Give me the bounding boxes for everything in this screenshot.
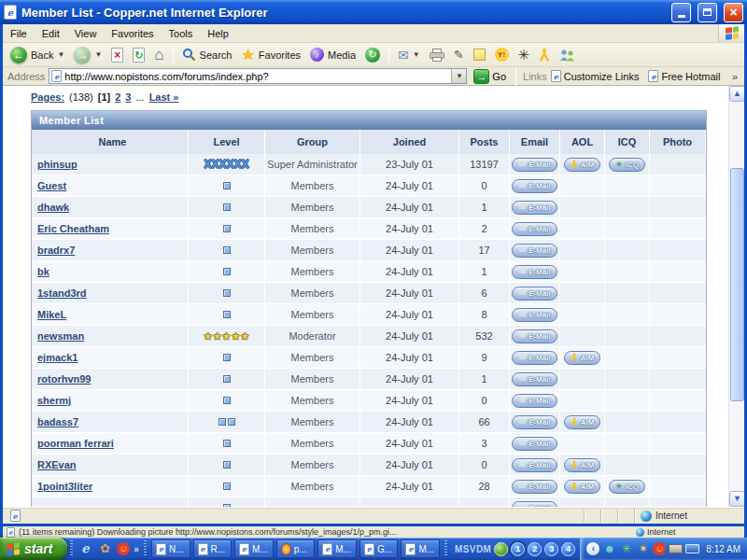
column-header-group[interactable]: Group xyxy=(265,130,360,154)
links-bar-item[interactable]: e Free Hotmail xyxy=(648,70,720,82)
back-dropdown-caret[interactable]: ▼ xyxy=(57,50,64,59)
icq-button[interactable]: ✳ ICQ xyxy=(609,158,645,172)
aim-button[interactable]: AIM xyxy=(564,158,601,172)
yahoo-messenger-icon[interactable]: ☺ xyxy=(117,542,130,555)
msn-messenger-icon[interactable]: ☻ xyxy=(602,542,616,555)
column-header-joined[interactable]: Joined xyxy=(360,130,459,154)
column-header-email[interactable]: Email xyxy=(510,130,560,154)
aim-toolbar-button[interactable] xyxy=(535,47,554,63)
go-button[interactable]: → Go xyxy=(471,68,509,85)
member-name-link[interactable]: MikeL xyxy=(37,309,66,320)
member-name-link[interactable]: badass7 xyxy=(37,416,78,427)
member-name-link[interactable]: bradrx7 xyxy=(37,245,75,256)
quick-launch-overflow-chevron[interactable]: » xyxy=(132,544,141,554)
email-button[interactable]: ✉ E-Mail xyxy=(512,158,557,172)
email-button[interactable]: ✉ E-Mail xyxy=(512,394,557,408)
pages-link[interactable]: Pages: xyxy=(31,91,64,103)
email-button[interactable]: ✉ E-Mail xyxy=(512,415,557,429)
aim-button[interactable]: AIM xyxy=(564,480,601,494)
taskbar-window-button[interactable]: e N... xyxy=(151,539,190,558)
links-bar-item[interactable]: e Customize Links xyxy=(551,70,640,82)
member-name-link[interactable]: rotorhvn99 xyxy=(37,373,91,385)
minimize-button[interactable] xyxy=(671,3,691,22)
member-name-link[interactable]: Guest xyxy=(37,180,66,191)
email-button[interactable]: ✉ E-Mail xyxy=(512,372,557,386)
email-button[interactable]: ✉ E-Mail xyxy=(512,458,557,472)
mail-button[interactable]: ✉ ▼ xyxy=(394,46,424,64)
member-name-link[interactable]: ejmack1 xyxy=(37,352,78,363)
ie-icon[interactable]: e xyxy=(78,541,92,556)
menu-edit[interactable]: Edit xyxy=(35,26,67,41)
maximize-button[interactable] xyxy=(698,3,717,22)
mail-dropdown-caret[interactable]: ▼ xyxy=(413,50,420,59)
forward-button[interactable]: → ▼ xyxy=(70,45,106,65)
member-name-link[interactable]: RXEvan xyxy=(37,459,77,470)
member-name-link[interactable]: 1stand3rd xyxy=(37,287,87,299)
member-name-link[interactable]: phinsup xyxy=(37,159,78,170)
edit-button[interactable]: ✎ xyxy=(450,46,468,63)
taskbar-window-button[interactable]: p... xyxy=(276,539,316,558)
desktop-number-button[interactable]: 3 xyxy=(544,542,558,556)
back-button[interactable]: ← Back ▼ xyxy=(7,45,68,65)
close-button[interactable]: × xyxy=(724,3,743,22)
member-name-link[interactable]: 1point3liter xyxy=(37,481,92,492)
yahoo-messenger-icon[interactable]: ☺ xyxy=(653,542,666,555)
member-name-link[interactable]: dhawk xyxy=(37,202,69,213)
printer-icon[interactable] xyxy=(669,544,683,553)
background-window-statusbar[interactable]: e (11 items remaining) Downloading pictu… xyxy=(0,526,747,538)
display-icon[interactable] xyxy=(685,544,699,553)
email-button[interactable]: ✉ E-Mail xyxy=(512,437,557,451)
vertical-scrollbar[interactable]: ▲ ▼ xyxy=(728,86,744,507)
address-input[interactable]: e http://www.nopistons.com/forums/index.… xyxy=(49,68,467,84)
taskbar-window-button[interactable]: e R... xyxy=(193,539,233,558)
column-header-icq[interactable]: ICQ xyxy=(605,130,650,154)
desktop-number-button[interactable]: 1 xyxy=(511,542,525,556)
pinwheel-icon[interactable]: ✳ xyxy=(619,542,633,555)
email-button[interactable]: ✉ E-Mail xyxy=(512,287,557,301)
history-button[interactable]: ↻ xyxy=(361,46,384,64)
discuss-button[interactable] xyxy=(470,47,489,63)
tray-collapse-chevron[interactable]: ‹ xyxy=(586,542,599,555)
email-button[interactable]: ✉ E-Mail xyxy=(512,201,557,215)
print-button[interactable] xyxy=(426,47,448,63)
aim-button[interactable]: AIM xyxy=(564,351,601,365)
member-name-link[interactable]: bk xyxy=(37,266,49,277)
search-button[interactable]: Search xyxy=(178,46,236,63)
msn-messenger-toolbar-button[interactable] xyxy=(556,47,579,63)
yahoo-toolbar-button[interactable]: Y! xyxy=(491,46,513,63)
email-button[interactable]: ✉ E-Mail xyxy=(512,244,557,258)
menu-file[interactable]: File xyxy=(3,26,35,41)
member-name-link[interactable]: poorman ferrari xyxy=(37,438,114,449)
home-button[interactable]: ⌂ xyxy=(150,45,167,64)
aim-icon[interactable]: ✶ xyxy=(636,542,650,555)
page-link[interactable]: 2 xyxy=(115,91,120,103)
last-page-link[interactable]: Last » xyxy=(149,91,179,103)
menu-tools[interactable]: Tools xyxy=(162,26,201,41)
scroll-up-button[interactable]: ▲ xyxy=(729,86,744,102)
email-button[interactable]: ✉ E-Mail xyxy=(512,308,557,322)
messenger-flower-button[interactable]: ✳ xyxy=(514,46,534,63)
email-button[interactable]: ✉ E-Mail xyxy=(512,179,557,193)
aim-button[interactable]: AIM xyxy=(564,458,601,472)
links-overflow-chevron[interactable]: » xyxy=(732,71,740,82)
start-button[interactable]: start xyxy=(0,538,67,560)
member-name-link[interactable]: newsman xyxy=(37,330,84,342)
column-header-aol[interactable]: AOL xyxy=(560,130,605,154)
taskbar-window-button[interactable]: e M... xyxy=(234,539,274,558)
msvdm-preview-button[interactable] xyxy=(494,542,508,556)
email-button[interactable]: ✉ E-Mail xyxy=(512,265,557,279)
scrollbar-thumb[interactable] xyxy=(730,168,744,401)
column-header-posts[interactable]: Posts xyxy=(459,130,510,154)
menu-favorites[interactable]: Favorites xyxy=(104,26,161,41)
taskbar-window-button[interactable]: e M... xyxy=(317,539,357,558)
icq-button[interactable]: ✳ ICQ xyxy=(609,480,645,494)
column-header-photo[interactable]: Photo xyxy=(650,130,706,154)
msn-explorer-icon[interactable]: ✿ xyxy=(97,541,112,556)
column-header-level[interactable]: Level xyxy=(189,130,265,154)
email-button[interactable]: ✉ E-Mail xyxy=(512,501,557,508)
email-button[interactable]: ✉ E-Mail xyxy=(512,222,557,236)
aim-button[interactable]: AIM xyxy=(564,415,601,429)
member-name-link[interactable]: Eric Cheatham xyxy=(37,223,109,234)
email-button[interactable]: ✉ E-Mail xyxy=(512,329,557,343)
taskbar-window-button[interactable]: e G... xyxy=(359,539,399,558)
